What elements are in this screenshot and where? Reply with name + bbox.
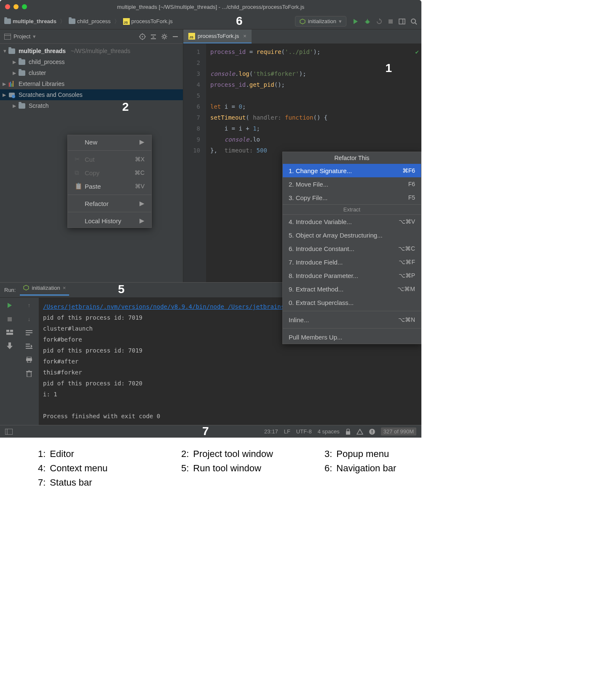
navigation-bar: multiple_threads〉child_process〉JSprocess… bbox=[0, 13, 421, 29]
tree-item[interactable]: ▶cluster bbox=[0, 67, 183, 78]
caret-position[interactable]: 23:17 bbox=[264, 428, 278, 435]
popup-menu-item[interactable]: 8. Introduce Parameter...⌥⌘P bbox=[283, 269, 421, 282]
legend: 1:Editor 2:Project tool window 3:Popup m… bbox=[0, 438, 595, 502]
file-encoding[interactable]: UTF-8 bbox=[296, 428, 312, 435]
minimize-window-button[interactable] bbox=[13, 4, 19, 9]
line-separator[interactable]: LF bbox=[284, 428, 290, 435]
code-line[interactable] bbox=[210, 90, 417, 101]
breadcrumb-item[interactable]: child_process bbox=[69, 18, 111, 24]
stop-icon[interactable] bbox=[7, 316, 13, 322]
svg-marker-0 bbox=[300, 19, 305, 24]
search-icon[interactable] bbox=[410, 18, 417, 25]
run-config-label: initialization bbox=[308, 18, 336, 24]
popup-menu-item[interactable]: 9. Extract Method...⌥⌘M bbox=[283, 282, 421, 296]
down-icon[interactable]: ↓ bbox=[28, 316, 31, 322]
overlay-2: 2 bbox=[122, 100, 129, 114]
pin-icon[interactable] bbox=[7, 342, 13, 349]
tree-arrow-icon[interactable]: ▼ bbox=[3, 48, 7, 53]
locate-icon[interactable] bbox=[139, 33, 146, 40]
code-line[interactable]: setTimeout( handler: function() { bbox=[210, 112, 417, 123]
tree-arrow-icon[interactable]: ▶ bbox=[13, 59, 17, 65]
context-menu-item[interactable]: Local History▶ bbox=[68, 214, 151, 227]
collapse-all-icon[interactable] bbox=[150, 33, 157, 40]
tree-arrow-icon[interactable]: ▶ bbox=[13, 103, 17, 109]
line-number: 1 bbox=[183, 46, 200, 57]
memory-indicator[interactable]: 327 of 990M bbox=[381, 427, 416, 435]
tree-arrow-icon[interactable]: ▶ bbox=[3, 81, 7, 87]
chevron-down-icon: ▾ bbox=[339, 18, 342, 24]
popup-label: 0. Extract Superclass... bbox=[289, 299, 354, 306]
tree-item[interactable]: ▶child_process bbox=[0, 56, 183, 67]
tree-item[interactable]: ▼multiple_threads~/WS/multiple_threads bbox=[0, 45, 183, 56]
print-icon[interactable] bbox=[26, 357, 32, 363]
line-number: 10 bbox=[183, 145, 200, 156]
svg-rect-53 bbox=[27, 357, 31, 358]
layout-icon[interactable] bbox=[399, 18, 405, 25]
tool-windows-icon[interactable] bbox=[5, 429, 13, 435]
svg-marker-1 bbox=[354, 19, 358, 24]
popup-menu-item[interactable]: Inline...⌥⌘N bbox=[283, 313, 421, 326]
popup-menu-item[interactable]: 1. Change Signature...⌘F6 bbox=[283, 164, 421, 177]
tree-item[interactable]: ▶Scratch bbox=[0, 100, 183, 111]
popup-menu-item[interactable]: 3. Copy File...F5 bbox=[283, 191, 421, 204]
line-number: 6 bbox=[183, 101, 200, 112]
close-tab-icon[interactable]: × bbox=[243, 33, 247, 39]
code-line[interactable]: let i = 0; bbox=[210, 101, 417, 112]
run-icon[interactable] bbox=[352, 18, 359, 25]
stop-icon[interactable] bbox=[388, 19, 394, 24]
menu-label: New bbox=[85, 139, 97, 146]
editor-tab[interactable]: JS processToFork.js × bbox=[183, 29, 252, 43]
popup-menu-item[interactable]: 6. Introduce Constant...⌥⌘C bbox=[283, 242, 421, 255]
tree-item[interactable]: ▶External Libraries bbox=[0, 78, 183, 89]
up-icon[interactable]: ↑ bbox=[28, 302, 31, 308]
trash-icon[interactable] bbox=[26, 370, 32, 377]
layout-icon[interactable] bbox=[6, 330, 13, 335]
breadcrumb-item[interactable]: multiple_threads bbox=[4, 18, 56, 24]
scroll-to-end-icon[interactable] bbox=[26, 343, 32, 349]
rerun-icon[interactable] bbox=[376, 18, 383, 25]
context-menu-item[interactable]: 📋Paste⌘V bbox=[68, 179, 151, 193]
title-bar: multiple_threads [~/WS/multiple_threads]… bbox=[0, 0, 421, 13]
svg-rect-8 bbox=[399, 19, 405, 24]
context-menu-item: ⧉Copy⌘C bbox=[68, 166, 151, 179]
tree-label: External Libraries bbox=[19, 80, 64, 87]
notification-icon[interactable] bbox=[369, 429, 375, 435]
tree-arrow-icon[interactable]: ▶ bbox=[3, 92, 7, 98]
rerun-icon[interactable] bbox=[6, 302, 13, 309]
line-number: 8 bbox=[183, 123, 200, 134]
code-line[interactable]: process_id.get_pid(); bbox=[210, 79, 417, 90]
run-tab[interactable]: initialization × bbox=[20, 285, 69, 296]
tree-item[interactable]: ▶Scratches and Consoles bbox=[0, 89, 183, 100]
line-number: 3 bbox=[183, 68, 200, 79]
popup-menu-item[interactable]: 0. Extract Superclass... bbox=[283, 296, 421, 309]
tree-arrow-icon[interactable]: ▶ bbox=[13, 70, 17, 76]
code-line[interactable]: process_id = require('../pid'); bbox=[210, 46, 417, 57]
context-menu-item[interactable]: Refactor▶ bbox=[68, 197, 151, 210]
popup-menu-item[interactable]: 4. Introduce Variable...⌥⌘V bbox=[283, 215, 421, 228]
popup-menu-item[interactable]: 2. Move File...F6 bbox=[283, 177, 421, 191]
popup-menu-item[interactable]: Pull Members Up... bbox=[283, 330, 421, 344]
hide-icon[interactable] bbox=[172, 33, 179, 40]
run-configuration-selector[interactable]: initialization ▾ bbox=[295, 16, 346, 27]
debug-icon[interactable] bbox=[364, 18, 371, 25]
context-menu-item[interactable]: New▶ bbox=[68, 135, 151, 149]
folder-icon bbox=[19, 70, 25, 76]
breadcrumb-item[interactable]: JSprocessToFork.js bbox=[123, 18, 173, 25]
soft-wrap-icon[interactable] bbox=[26, 330, 32, 336]
code-line[interactable]: console.lo bbox=[210, 134, 417, 145]
project-tree[interactable]: ▼multiple_threads~/WS/multiple_threads▶c… bbox=[0, 44, 183, 113]
popup-menu-item[interactable]: 5. Object or Array Destructuring... bbox=[283, 228, 421, 242]
breadcrumb-label: processToFork.js bbox=[131, 18, 173, 24]
maximize-window-button[interactable] bbox=[22, 4, 27, 9]
close-window-button[interactable] bbox=[5, 4, 10, 9]
gear-icon[interactable] bbox=[161, 33, 168, 40]
project-panel-title[interactable]: Project ▾ bbox=[4, 33, 139, 40]
indent-setting[interactable]: 4 spaces bbox=[318, 428, 340, 435]
lock-icon[interactable] bbox=[346, 429, 351, 435]
svg-line-31 bbox=[166, 35, 166, 35]
close-icon[interactable]: × bbox=[63, 285, 66, 291]
inspection-icon[interactable] bbox=[356, 429, 363, 435]
code-line[interactable]: i = i + 1; bbox=[210, 123, 417, 134]
svg-rect-43 bbox=[10, 330, 13, 332]
popup-menu-item[interactable]: 7. Introduce Field...⌥⌘F bbox=[283, 255, 421, 269]
